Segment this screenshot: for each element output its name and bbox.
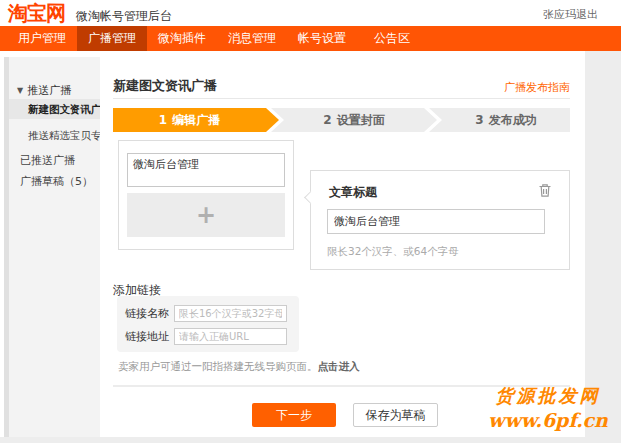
click-enter-link[interactable]: 点击进入	[318, 360, 360, 372]
link-url-label: 链接地址	[125, 330, 169, 343]
link-name-input[interactable]	[174, 305, 287, 322]
taobao-logo: 淘宝网	[8, 0, 65, 27]
main-nav: 用户管理 广播管理 微淘插件 消息管理 帐号设置 公告区	[0, 26, 621, 51]
step-label: 编辑广播	[172, 113, 220, 127]
sidebar-item-new-image-text-broadcast[interactable]: 新建图文资讯广播	[9, 99, 101, 119]
seller-note: 卖家用户可通过一阳指搭建无线导购页面。点击进入	[118, 360, 360, 374]
add-image-button[interactable]: +	[127, 193, 285, 237]
step-label: 设置封面	[337, 113, 385, 127]
article-title-heading: 文章标题	[329, 184, 377, 201]
nav-item-broadcast-management[interactable]: 广播管理	[77, 26, 147, 51]
broadcast-guide-link[interactable]: 广播发布指南	[504, 80, 570, 95]
title-divider	[113, 98, 570, 99]
article-title-hint: 限长32个汉字、或64个字母	[327, 245, 459, 259]
broadcast-preview-card: 微淘后台管理 +	[118, 140, 294, 250]
article-title-panel: 文章标题 限长32个汉字、或64个字母	[310, 170, 570, 270]
step-number: 1	[159, 113, 167, 127]
sidebar-group-label: 推送广播	[27, 84, 71, 97]
link-url-row: 链接地址	[125, 327, 287, 345]
link-name-row: 链接名称	[125, 304, 287, 322]
sidebar: ▼推送广播 新建图文资讯广播 推送精选宝贝专辑 已推送广播 广播草稿（5）	[9, 57, 101, 437]
step-number: 3	[475, 113, 483, 127]
sidebar-group-push-broadcast[interactable]: ▼推送广播	[9, 83, 101, 99]
nav-item-message-management[interactable]: 消息管理	[217, 26, 287, 51]
trash-icon[interactable]	[537, 182, 553, 198]
next-step-button[interactable]: 下一步	[252, 403, 336, 427]
page-title: 新建图文资讯广播	[113, 77, 217, 95]
sidebar-item-push-selected-items[interactable]: 推送精选宝贝专辑	[9, 129, 101, 143]
username-label: 张应玛	[543, 7, 576, 22]
app-title: 微淘帐号管理后台	[76, 8, 172, 25]
nav-item-account-settings[interactable]: 帐号设置	[287, 26, 357, 51]
step-number: 2	[323, 113, 331, 127]
bottom-background-strip	[0, 437, 621, 443]
card-title-text[interactable]: 微淘后台管理	[127, 153, 285, 187]
nav-item-user-management[interactable]: 用户管理	[7, 26, 77, 51]
step-1-edit-broadcast: 1编辑广播	[113, 108, 279, 132]
top-header: 淘宝网 微淘帐号管理后台 张应玛 退出	[0, 0, 621, 26]
plus-icon: +	[196, 201, 216, 229]
footer-divider	[113, 385, 570, 387]
link-url-input[interactable]	[174, 328, 287, 345]
weitao-admin-page: 淘宝网 微淘帐号管理后台 张应玛 退出 用户管理 广播管理 微淘插件 消息管理 …	[0, 0, 621, 443]
step-3-publish-success: 3发布成功	[429, 108, 570, 132]
sidebar-item-broadcast-drafts[interactable]: 广播草稿（5）	[9, 174, 101, 189]
save-draft-button[interactable]: 保存为草稿	[353, 403, 438, 427]
nav-item-announcements[interactable]: 公告区	[357, 26, 427, 51]
right-background-strip	[585, 51, 621, 443]
step-label: 发布成功	[489, 113, 537, 127]
step-wizard: 1编辑广播 2设置封面 3发布成功	[113, 108, 570, 132]
seller-note-text: 卖家用户可通过一阳指搭建无线导购页面。	[118, 360, 318, 372]
nav-item-weitao-plugins[interactable]: 微淘插件	[147, 26, 217, 51]
chevron-down-icon: ▼	[17, 86, 23, 95]
sidebar-item-pushed-broadcasts[interactable]: 已推送广播	[9, 153, 101, 168]
step-2-set-cover: 2设置封面	[271, 108, 437, 132]
article-title-input[interactable]	[327, 209, 545, 234]
logout-link[interactable]: 退出	[576, 7, 598, 22]
link-name-label: 链接名称	[125, 307, 169, 320]
add-link-box: 链接名称 链接地址	[117, 296, 299, 352]
main-panel: 新建图文资讯广播 广播发布指南 1编辑广播 2设置封面 3发布成功 微淘后台管理…	[100, 57, 585, 437]
